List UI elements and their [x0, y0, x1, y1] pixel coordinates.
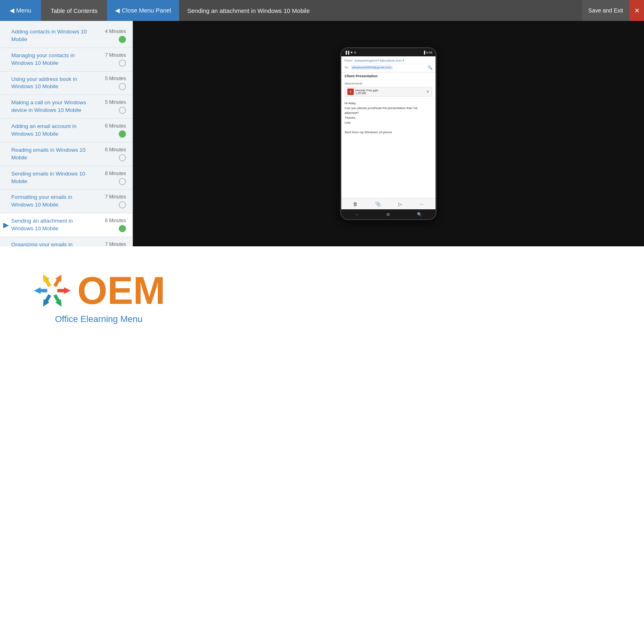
sidebar-item-sending-attachment[interactable]: ▶Sending an attachment in Windows 10 Mob…: [0, 213, 132, 237]
sidebar-item-minutes: 4 Minutes: [105, 29, 126, 34]
sidebar-item-dot: [119, 154, 126, 161]
sidebar-item-formatting-emails[interactable]: Formatting your emails in Windows 10 Mob…: [0, 190, 132, 213]
sidebar-item-dot: [119, 201, 126, 208]
email-to-row: To: abbyleard0909@gmail.com 🔍: [345, 64, 432, 70]
oem-logo-top: OEM: [32, 270, 165, 311]
menu-label: ◀ Menu: [10, 7, 31, 14]
search-icon: 🔍: [427, 65, 432, 70]
active-arrow-icon: ▶: [3, 221, 9, 229]
sidebar-item-making-call[interactable]: Making a call on your Windows device in …: [0, 95, 132, 119]
sidebar-item-label: Making a call on your Windows device in …: [11, 99, 94, 114]
sidebar-item-minutes: 7 Minutes: [105, 194, 126, 200]
more-icon[interactable]: ···: [419, 201, 423, 207]
nav-title: Sending an attachment in Windows 10 Mobi…: [179, 7, 582, 14]
top-navigation: ◀ Menu Table of Contents ◀ Close Menu Pa…: [0, 0, 644, 21]
status-right: ▐ 9:46: [423, 51, 432, 54]
close-x-button[interactable]: ✕: [630, 0, 644, 21]
sidebar-item-sending-emails[interactable]: Sending emails in Windows 10 Mobile8 Min…: [0, 166, 132, 190]
delete-icon[interactable]: 🗑: [353, 201, 358, 207]
save-exit-button[interactable]: Save and Exit: [582, 0, 630, 21]
attachment-info: Homolic Pres.pptx 1.35 MB: [355, 89, 425, 95]
menu-button[interactable]: ◀ Menu: [0, 0, 41, 21]
toc-label: Table of Contents: [51, 7, 98, 14]
sidebar-item-label: Managing your contacts in Windows 10 Mob…: [11, 52, 94, 67]
content-area: ▐▐ ★ ⊙ ▐ 9:46 From: lisawashington974@ou…: [133, 21, 644, 246]
sidebar-item-minutes: 7 Minutes: [105, 52, 126, 58]
toc-button[interactable]: Table of Contents: [41, 0, 107, 21]
email-header: From: lisawashington974@outlook.com ▾ To…: [341, 56, 436, 72]
sidebar-item-dot: [119, 107, 126, 114]
email-subject: Client Presentation: [341, 72, 436, 80]
sidebar-item-label: Using your address book in Windows 10 Mo…: [11, 76, 94, 91]
sidebar-item-label: Reading emails in Windows 10 Mobile: [11, 147, 94, 162]
sidebar-item-label: Adding an email account in Windows 10 Mo…: [11, 123, 94, 138]
sidebar-item-minutes: 6 Minutes: [105, 123, 126, 129]
sidebar-item-minutes: 7 Minutes: [105, 242, 126, 246]
sidebar-item-minutes: 8 Minutes: [105, 171, 126, 176]
search-nav-icon[interactable]: 🔍: [417, 212, 422, 217]
svg-marker-3: [52, 293, 64, 308]
to-label: To:: [345, 66, 349, 69]
attachment-close-icon[interactable]: ✕: [426, 90, 429, 94]
sidebar-item-label: Sending an attachment in Windows 10 Mobi…: [11, 217, 94, 233]
sidebar-item-label: Organizing your emails in Windows 10 Mob…: [11, 241, 94, 246]
oem-subtitle: Office Elearning Menu: [55, 314, 142, 324]
sidebar-item-reading-emails[interactable]: Reading emails in Windows 10 Mobile6 Min…: [0, 142, 132, 166]
svg-marker-6: [40, 273, 53, 288]
phone-nav-bar: ← ⊞ 🔍: [341, 209, 436, 219]
attachment-icon[interactable]: 📎: [375, 201, 381, 207]
to-value: abbyleard0909@gmail.com: [351, 65, 393, 70]
close-panel-label: ◀ Close Menu Panel: [115, 7, 171, 14]
status-left: ▐▐ ★ ⊙: [345, 51, 357, 54]
sidebar-item-dot: [119, 36, 126, 43]
svg-marker-5: [34, 287, 47, 294]
sidebar: Adding contacts in Windows 10 Mobile4 Mi…: [0, 21, 133, 246]
phone-toolbar: 🗑 📎 ▷ ···: [341, 198, 436, 209]
sidebar-item-dot: [119, 178, 126, 185]
close-panel-button[interactable]: ◀ Close Menu Panel: [107, 0, 179, 21]
sidebar-item-dot: [119, 130, 126, 138]
sidebar-item-minutes: 6 Minutes: [105, 147, 126, 153]
phone-screen: From: lisawashington974@outlook.com ▾ To…: [341, 56, 436, 209]
sidebar-item-managing-contacts[interactable]: Managing your contacts in Windows 10 Mob…: [0, 48, 132, 72]
oem-arrows-icon: [32, 270, 72, 311]
oem-text: OEM: [77, 271, 165, 310]
phone-status-bar: ▐▐ ★ ⊙ ▐ 9:46: [341, 48, 436, 56]
from-value: lisawashington974@outlook.com ▾: [355, 59, 404, 62]
bottom-section: OEM Office Elearning Menu: [0, 246, 644, 349]
svg-marker-2: [58, 287, 71, 294]
sidebar-item-address-book[interactable]: Using your address book in Windows 10 Mo…: [0, 72, 132, 95]
home-nav-icon[interactable]: ⊞: [386, 212, 390, 217]
sidebar-item-dot: [119, 60, 126, 67]
sidebar-item-dot: [119, 83, 126, 90]
sidebar-item-minutes: 6 Minutes: [105, 218, 126, 223]
powerpoint-icon: P: [347, 89, 354, 95]
sidebar-item-label: Sending emails in Windows 10 Mobile: [11, 170, 94, 186]
oem-logo: OEM Office Elearning Menu: [32, 270, 165, 324]
sidebar-item-organizing-emails[interactable]: Organizing your emails in Windows 10 Mob…: [0, 237, 132, 246]
back-nav-icon[interactable]: ←: [355, 212, 359, 217]
attachment-chip: P Homolic Pres.pptx 1.35 MB ✕: [345, 87, 432, 97]
phone-mockup: ▐▐ ★ ⊙ ▐ 9:46 From: lisawashington974@ou…: [340, 47, 437, 220]
sidebar-item-adding-email[interactable]: Adding an email account in Windows 10 Mo…: [0, 119, 132, 142]
sidebar-item-minutes: 5 Minutes: [105, 99, 126, 105]
sidebar-item-adding-contacts[interactable]: Adding contacts in Windows 10 Mobile4 Mi…: [0, 24, 132, 48]
svg-marker-1: [52, 273, 64, 288]
sidebar-item-minutes: 5 Minutes: [105, 76, 126, 81]
email-attachments: Attachments P Homolic Pres.pptx 1.35 MB …: [341, 80, 436, 99]
sidebar-item-label: Adding contacts in Windows 10 Mobile: [11, 28, 94, 43]
sidebar-item-label: Formatting your emails in Windows 10 Mob…: [11, 194, 94, 209]
sidebar-item-dot: [119, 225, 126, 232]
email-from-row: From: lisawashington974@outlook.com ▾: [345, 59, 432, 62]
email-body: Hi Abby, Can you please proofread the pr…: [341, 99, 436, 198]
send-icon[interactable]: ▷: [398, 201, 402, 207]
from-label: From:: [345, 59, 353, 62]
main-layout: Adding contacts in Windows 10 Mobile4 Mi…: [0, 21, 644, 246]
svg-marker-4: [40, 293, 53, 308]
